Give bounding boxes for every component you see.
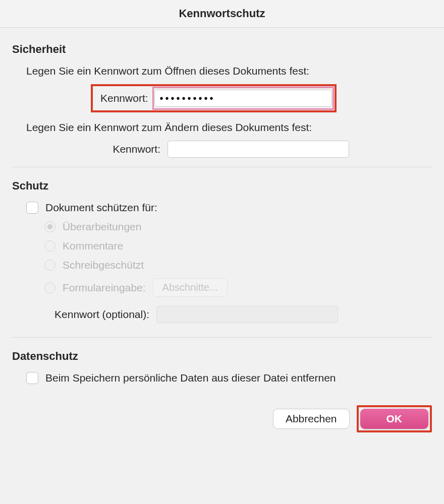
cancel-button[interactable]: Abbrechen (273, 409, 350, 429)
radio-revisions-label: Überarbeitungen (63, 221, 141, 233)
divider (12, 337, 432, 338)
modify-password-input[interactable] (168, 141, 349, 158)
radio-forms (44, 282, 56, 293)
ok-button-highlight: OK (357, 405, 432, 432)
optional-password-label: Kennwort (optional): (26, 308, 156, 321)
remove-personal-label: Beim Speichern persönliche Daten aus die… (45, 372, 336, 384)
radio-readonly-label: Schreibgeschützt (63, 259, 144, 271)
open-password-label: Kennwort: (93, 89, 152, 107)
open-password-description: Legen Sie ein Kennwort zum Öffnen dieses… (26, 65, 432, 77)
protection-heading: Schutz (12, 179, 432, 193)
protect-document-checkbox[interactable] (26, 202, 38, 214)
ok-button[interactable]: OK (360, 409, 429, 429)
open-password-input[interactable] (154, 90, 332, 107)
radio-comments-label: Kommentare (63, 240, 123, 252)
remove-personal-checkbox[interactable] (26, 372, 38, 384)
modify-password-description: Legen Sie ein Kennwort zum Ändern dieses… (26, 121, 432, 134)
optional-password-input (156, 306, 338, 323)
open-password-field-highlight (152, 87, 334, 110)
dialog-title: Kennwortschutz (0, 0, 444, 28)
radio-comments (44, 240, 56, 251)
radio-forms-label: Formulareingabe: (63, 282, 146, 294)
radio-revisions (44, 221, 56, 232)
open-password-highlight: Kennwort: (91, 84, 337, 112)
protect-document-label: Dokument schützen für: (45, 202, 157, 214)
sections-button: Abschnitte... (153, 278, 228, 297)
modify-password-label: Kennwort: (77, 143, 168, 155)
radio-readonly (44, 260, 56, 271)
divider (12, 167, 432, 167)
privacy-heading: Datenschutz (12, 350, 432, 363)
security-heading: Sicherheit (12, 43, 432, 56)
